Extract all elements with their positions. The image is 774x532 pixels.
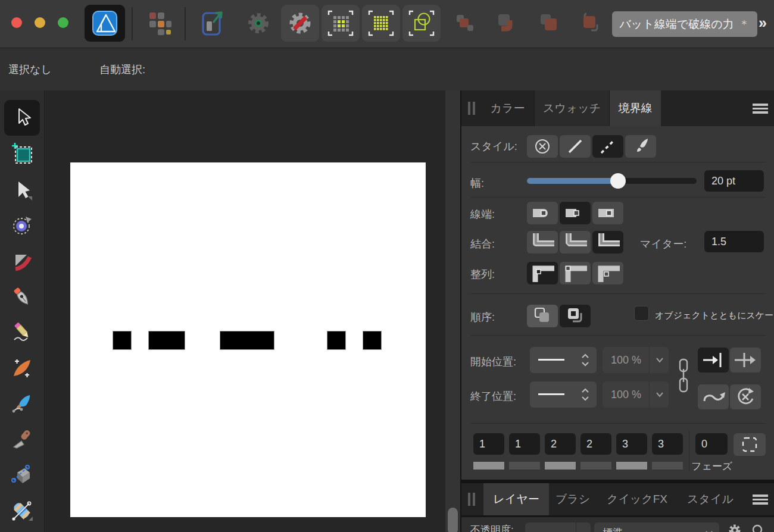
width-tool[interactable] xyxy=(11,357,33,380)
width-value-field[interactable]: 20 pt xyxy=(704,170,764,192)
link-start-end-icon[interactable] xyxy=(676,357,691,394)
artboard-tool-icon xyxy=(11,143,33,164)
point-transform-tool[interactable] xyxy=(11,214,33,237)
insert-behind-button[interactable] xyxy=(451,5,477,42)
scale-with-object-checkbox[interactable] xyxy=(634,306,649,321)
fill-tool[interactable] xyxy=(11,463,33,486)
artboard-tool[interactable] xyxy=(11,142,33,165)
dash-field-2[interactable]: 1 xyxy=(509,433,540,455)
dash-field-1[interactable]: 1 xyxy=(473,433,504,455)
zoom-window-button[interactable] xyxy=(58,17,68,28)
align-center-button[interactable] xyxy=(560,262,591,284)
knife-tool[interactable] xyxy=(11,428,33,450)
stroke-style-brush-button[interactable] xyxy=(625,135,656,158)
insert-on-top-button[interactable] xyxy=(494,5,520,42)
join-round-button[interactable] xyxy=(527,231,558,254)
join-miter-button[interactable] xyxy=(592,231,623,254)
insert-inside-button[interactable] xyxy=(535,5,561,42)
panel-menu-icon[interactable] xyxy=(753,104,768,114)
start-style-dropdown[interactable] xyxy=(530,347,597,373)
row-divider xyxy=(470,293,766,294)
start-snap-arrow-button[interactable] xyxy=(698,348,729,373)
dash-field-4[interactable]: 2 xyxy=(580,433,611,455)
start-percent-combo[interactable]: 100 % xyxy=(603,347,669,373)
minimize-window-button[interactable] xyxy=(35,17,45,28)
dash-field-6[interactable]: 3 xyxy=(652,433,683,455)
affinity-designer-app-icon[interactable] xyxy=(85,5,125,42)
reset-dash-button[interactable] xyxy=(730,384,761,409)
phase-field[interactable]: 0 xyxy=(695,433,728,455)
panel-menu-icon[interactable] xyxy=(753,495,768,505)
persona-grid-glyph xyxy=(145,10,171,36)
replace-selection-button[interactable] xyxy=(577,5,603,42)
canvas-viewport[interactable] xyxy=(45,90,445,532)
panel-drag-handle[interactable] xyxy=(468,102,476,115)
layer-settings-gear-icon[interactable] xyxy=(728,523,742,532)
cap-round-button[interactable] xyxy=(527,202,558,224)
tab-stroke[interactable]: 境界線 xyxy=(610,90,661,126)
width-slider-thumb[interactable] xyxy=(610,173,626,189)
tooltip-text: バット線端で破線の力 xyxy=(619,17,734,32)
order-behind-button[interactable] xyxy=(527,305,558,327)
force-pixel-align-button[interactable] xyxy=(362,5,400,42)
snap-to-geometry-button[interactable] xyxy=(402,5,441,42)
chevron-down-icon xyxy=(656,357,664,363)
end-percent-combo[interactable]: 100 % xyxy=(603,381,669,408)
dash-field-5[interactable]: 3 xyxy=(616,433,647,455)
scrollbar-thumb[interactable] xyxy=(448,508,458,532)
export-persona-icon[interactable] xyxy=(196,5,227,42)
contour-tool[interactable] xyxy=(11,250,33,273)
opacity-dropdown[interactable] xyxy=(525,522,591,532)
end-label: 終了位置: xyxy=(470,389,516,403)
move-tool[interactable] xyxy=(11,106,33,129)
snapping-manager-gear-icon[interactable] xyxy=(242,5,275,42)
cap-butt-button[interactable] xyxy=(560,202,591,224)
canvas-vertical-scrollbar[interactable] xyxy=(445,90,460,532)
dash-selection-button[interactable] xyxy=(734,433,766,456)
blend-mode-dropdown[interactable]: 標準 xyxy=(594,522,719,532)
dash-segment xyxy=(113,331,131,349)
affinity-designer-logo xyxy=(91,10,118,37)
square-cap-icon xyxy=(595,204,621,223)
tab-color[interactable]: カラー xyxy=(481,90,534,126)
artboard[interactable] xyxy=(70,162,426,517)
dense-pixel-grid-icon xyxy=(367,10,395,37)
stroke-style-dashed-button[interactable] xyxy=(592,135,623,158)
pen-tool[interactable] xyxy=(11,286,33,308)
end-percent-value: 100 % xyxy=(611,389,641,401)
transparency-tool[interactable] xyxy=(11,500,33,522)
tab-swatches[interactable]: スウォッチ xyxy=(534,90,610,126)
circle-square-snap-icon xyxy=(408,10,435,37)
end-style-dropdown[interactable] xyxy=(530,381,597,408)
tab-brushes[interactable]: ブラシ xyxy=(549,483,597,515)
search-icon[interactable] xyxy=(751,524,764,532)
toggle-snapping-button[interactable] xyxy=(281,5,319,42)
cap-square-button[interactable] xyxy=(592,202,623,224)
start-through-arrow-button[interactable] xyxy=(730,348,761,373)
selection-status: 選択なし xyxy=(8,48,52,90)
tab-quick-fx[interactable]: クイックFX xyxy=(599,483,675,515)
persona-grid-icon[interactable] xyxy=(143,5,174,42)
miter-value-field[interactable]: 1.5 xyxy=(704,231,764,252)
tab-styles[interactable]: スタイル xyxy=(680,483,741,515)
stroke-style-none-button[interactable] xyxy=(527,135,558,158)
dash-field-3[interactable]: 2 xyxy=(545,433,576,455)
width-tool-icon xyxy=(11,358,33,379)
toolbar-overflow-chevron[interactable]: » xyxy=(759,14,767,32)
application-window: バット線端で破線の力 ＊ » 選択なし 自動選択: デフォルト ドキュメント設定… xyxy=(0,0,774,532)
swap-start-end-button[interactable] xyxy=(698,384,729,409)
panel-drag-handle[interactable] xyxy=(468,493,476,506)
align-outer-button[interactable] xyxy=(592,262,623,284)
vector-brush-tool-icon xyxy=(11,393,33,415)
pencil-tool[interactable] xyxy=(11,321,33,344)
pixel-align-button[interactable] xyxy=(322,5,360,42)
node-tool[interactable] xyxy=(11,179,33,202)
close-window-button[interactable] xyxy=(11,17,22,28)
vector-brush-tool[interactable] xyxy=(11,393,33,415)
align-inner-button[interactable] xyxy=(527,262,558,284)
order-front-button[interactable] xyxy=(560,305,591,327)
join-bevel-button[interactable] xyxy=(560,231,591,254)
tab-layers[interactable]: レイヤー xyxy=(483,483,549,515)
stroke-style-solid-button[interactable] xyxy=(560,135,591,158)
node-tool-icon xyxy=(12,180,32,201)
